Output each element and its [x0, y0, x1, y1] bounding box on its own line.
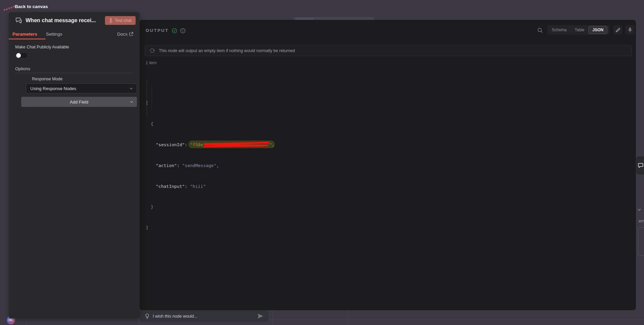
- output-panel: OUTPUT Schema Table JSON This node will …: [140, 20, 636, 310]
- connection-dot: [8, 7, 10, 9]
- node-header: When chat message recei... Test chat: [9, 12, 140, 29]
- success-check-icon: [172, 28, 177, 33]
- connection-dot: [4, 9, 5, 11]
- test-chat-button[interactable]: Test chat: [105, 16, 136, 25]
- add-field-label: Add Field: [70, 99, 88, 105]
- suggestion-input[interactable]: [153, 314, 254, 319]
- refresh-icon: [150, 48, 155, 53]
- canvas-box-fragment: [26, 318, 139, 325]
- node-settings-panel: When chat message recei... Test chat Par…: [9, 12, 140, 319]
- redaction-scribble: [203, 142, 269, 147]
- canvas-line-fragment: [348, 310, 348, 325]
- view-switcher: Schema Table JSON: [547, 25, 610, 35]
- tab-settings[interactable]: Settings: [46, 32, 63, 37]
- toggle-knob: [16, 53, 21, 58]
- docs-label: Docs: [117, 32, 128, 37]
- json-token: :: [177, 163, 182, 168]
- canvas-box-fragment: [638, 227, 644, 256]
- info-icon[interactable]: [180, 28, 185, 33]
- lightbulb-icon: [145, 314, 149, 319]
- node-suggestion-bar: [140, 310, 269, 322]
- chat-bubble-icon: [638, 163, 643, 168]
- add-field-button[interactable]: Add Field: [21, 97, 137, 107]
- chat-panel-toggle[interactable]: [636, 156, 644, 174]
- json-value: "hiii": [190, 184, 206, 189]
- public-toggle-label: Make Chat Publicly Available: [15, 45, 69, 49]
- panel-tabs: Parameters Settings Docs: [9, 29, 140, 39]
- pin-data-button[interactable]: [625, 25, 635, 35]
- output-title: OUTPUT: [146, 28, 169, 33]
- divider: [15, 73, 132, 73]
- search-icon[interactable]: [537, 28, 543, 33]
- json-token: ]: [146, 225, 148, 230]
- external-link-icon: [129, 32, 133, 36]
- test-chat-label: Test chat: [115, 18, 132, 23]
- node-title: When chat message recei...: [26, 17, 102, 24]
- tab-parameters[interactable]: Parameters: [12, 32, 37, 37]
- indent-guide: [147, 80, 147, 117]
- docs-link[interactable]: Docs: [117, 32, 133, 37]
- items-count: 1 item: [146, 60, 157, 65]
- json-key: "chatInput": [156, 184, 185, 189]
- view-tab-table[interactable]: Table: [571, 26, 588, 34]
- json-token: }: [151, 204, 153, 209]
- send-icon[interactable]: [257, 313, 264, 319]
- canvas-line-fragment: [269, 320, 644, 320]
- view-tab-json[interactable]: JSON: [588, 26, 608, 34]
- canvas-line-fragment: [273, 310, 273, 325]
- chevron-down-icon: [130, 100, 134, 104]
- json-value: "sendMessage": [182, 163, 216, 168]
- chevron-down-icon: [637, 207, 642, 212]
- connection-dot: [11, 7, 12, 8]
- active-tab-underline: [9, 39, 45, 39]
- public-availability-toggle[interactable]: [15, 52, 28, 58]
- app-stage: Back to canvas em HC OUTPUT Schema Table…: [0, 0, 644, 325]
- json-token: [: [146, 100, 148, 106]
- background-text-fragment: em: [639, 218, 644, 224]
- options-heading: Options: [15, 66, 30, 71]
- empty-item-banner: This node will output an empty item if n…: [145, 45, 632, 56]
- response-mode-select[interactable]: Using Response Nodes: [26, 83, 137, 93]
- response-mode-value: Using Response Nodes: [30, 86, 129, 91]
- json-output: [ { "sessionId": "f58e", "action": "send…: [146, 72, 275, 245]
- edit-output-button[interactable]: [613, 25, 622, 35]
- json-token: :: [185, 184, 190, 189]
- json-token: {: [151, 121, 153, 126]
- view-tab-schema[interactable]: Schema: [548, 26, 571, 34]
- connection-dot: [6, 8, 8, 10]
- json-key: "action": [156, 163, 177, 168]
- chevron-down-icon: [129, 86, 133, 90]
- banner-text: This node will output an empty item if n…: [159, 48, 295, 53]
- back-to-canvas-link[interactable]: Back to canvas: [15, 4, 48, 9]
- chat-trigger-icon: [15, 17, 23, 24]
- response-mode-label: Response Mode: [32, 77, 63, 81]
- json-key: "sessionId": [156, 142, 185, 147]
- json-token: ,: [216, 163, 219, 168]
